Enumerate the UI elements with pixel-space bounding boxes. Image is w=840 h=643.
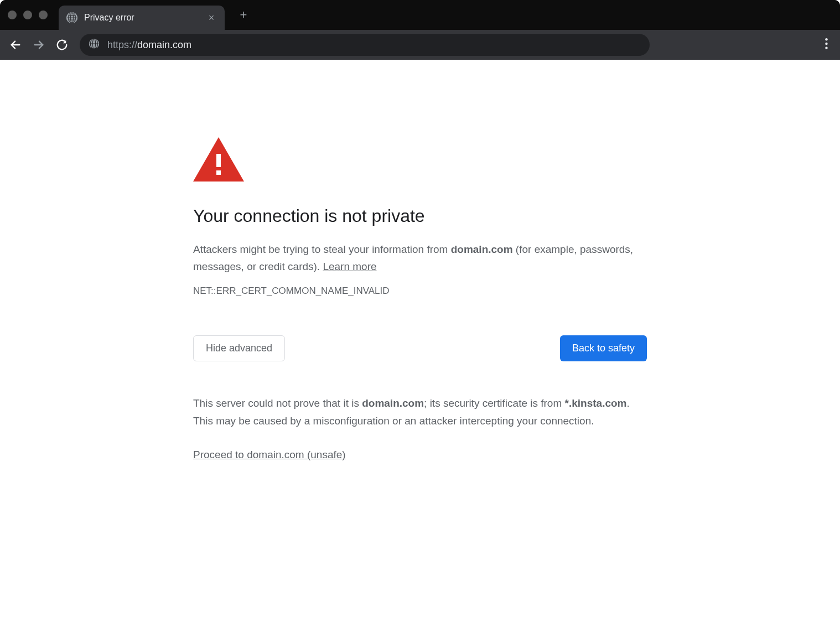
svg-rect-9 bbox=[216, 170, 221, 175]
browser-menu-button[interactable] bbox=[818, 34, 834, 56]
url-text: https://domain.com bbox=[107, 39, 191, 51]
error-code: NET::ERR_CERT_COMMON_NAME_INVALID bbox=[193, 286, 647, 297]
window-close-button[interactable] bbox=[8, 11, 17, 19]
browser-tab[interactable]: Privacy error × bbox=[59, 6, 225, 30]
window-minimize-button[interactable] bbox=[23, 11, 32, 19]
reload-button[interactable] bbox=[52, 35, 72, 55]
learn-more-link[interactable]: Learn more bbox=[323, 261, 376, 272]
close-tab-icon[interactable]: × bbox=[206, 12, 217, 24]
page-content: Your connection is not private Attackers… bbox=[0, 60, 840, 461]
forward-button[interactable] bbox=[29, 35, 49, 55]
warning-message: Attackers might be trying to steal your … bbox=[193, 241, 647, 276]
page-heading: Your connection is not private bbox=[193, 206, 647, 226]
proceed-unsafe-link[interactable]: Proceed to domain.com (unsafe) bbox=[193, 449, 346, 461]
hide-advanced-button[interactable]: Hide advanced bbox=[193, 335, 285, 361]
svg-rect-8 bbox=[216, 154, 221, 167]
tab-strip: Privacy error × + bbox=[0, 0, 840, 30]
svg-point-5 bbox=[825, 43, 827, 45]
back-to-safety-button[interactable]: Back to safety bbox=[560, 335, 647, 361]
globe-icon bbox=[66, 12, 77, 23]
svg-point-6 bbox=[825, 47, 827, 49]
advanced-explanation: This server could not prove that it is d… bbox=[193, 395, 647, 431]
not-secure-icon bbox=[89, 38, 100, 52]
button-row: Hide advanced Back to safety bbox=[193, 335, 647, 361]
tab-title: Privacy error bbox=[84, 13, 199, 23]
back-button[interactable] bbox=[6, 35, 25, 55]
window-maximize-button[interactable] bbox=[39, 11, 48, 19]
new-tab-button[interactable]: + bbox=[235, 6, 252, 24]
window-controls bbox=[8, 11, 59, 19]
toolbar: https://domain.com bbox=[0, 30, 840, 60]
address-bar[interactable]: https://domain.com bbox=[80, 34, 650, 56]
svg-point-4 bbox=[825, 38, 827, 40]
warning-triangle-icon bbox=[193, 137, 647, 182]
